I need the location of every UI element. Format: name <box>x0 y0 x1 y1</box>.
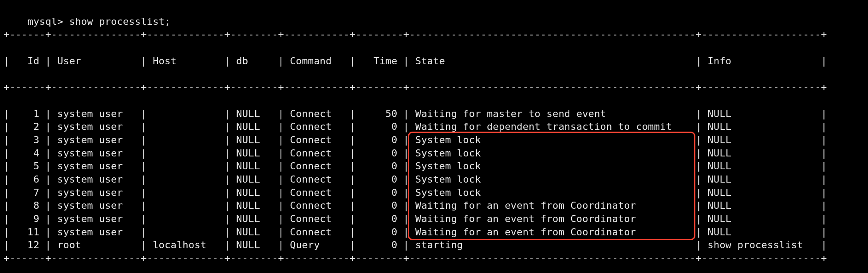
table-border-mid: +------+---------------+-------------+--… <box>4 81 827 94</box>
terminal-output: mysql> show processlist; +------+-------… <box>0 0 830 273</box>
table-border-bottom: +------+---------------+-------------+--… <box>4 252 827 265</box>
terminal-wrapper: mysql> show processlist; +------+-------… <box>0 0 830 273</box>
table-row: | 4 | system user | | NULL | Connect | 0… <box>4 147 827 160</box>
table-row: | 5 | system user | | NULL | Connect | 0… <box>4 160 827 173</box>
table-row: | 12 | root | localhost | NULL | Query |… <box>4 238 827 252</box>
table-body: | 1 | system user | | NULL | Connect | 5… <box>4 107 827 252</box>
prompt-prefix: mysql> <box>28 16 69 27</box>
table-row: | 9 | system user | | NULL | Connect | 0… <box>4 212 827 226</box>
table-row: | 2 | system user | | NULL | Connect | 0… <box>4 120 827 133</box>
table-row: | 8 | system user | | NULL | Connect | 0… <box>4 199 827 212</box>
table-row: | 11 | system user | | NULL | Connect | … <box>4 226 827 239</box>
table-row: | 7 | system user | | NULL | Connect | 0… <box>4 186 827 199</box>
table-header-row: | Id | User | Host | db | Command | Time… <box>4 55 827 68</box>
table-border-top: +------+---------------+-------------+--… <box>4 28 827 41</box>
prompt-line: mysql> show processlist; <box>28 16 171 27</box>
table-row: | 1 | system user | | NULL | Connect | 5… <box>4 107 827 121</box>
entered-command: show processlist; <box>69 16 171 27</box>
table-row: | 3 | system user | | NULL | Connect | 0… <box>4 133 827 147</box>
table-row: | 6 | system user | | NULL | Connect | 0… <box>4 173 827 186</box>
